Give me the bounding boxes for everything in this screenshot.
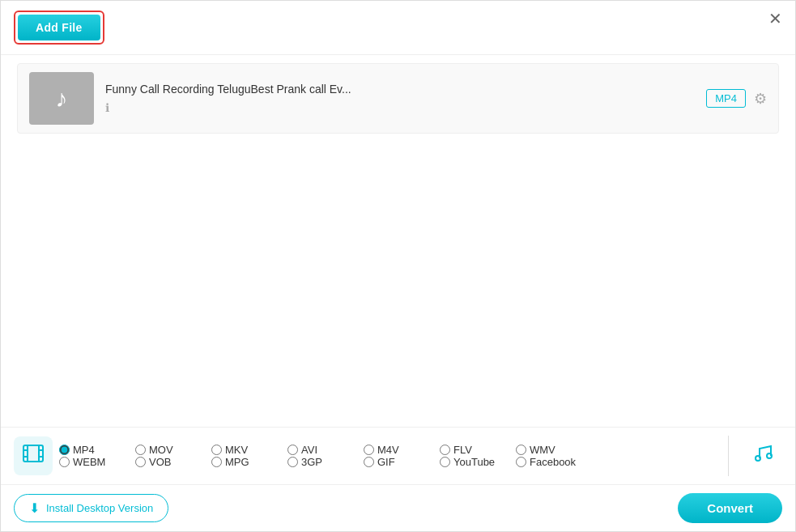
format-option-mpg[interactable]: MPG: [211, 456, 284, 468]
file-item: ♪ Funny Call Recording TeluguBest Prank …: [17, 63, 779, 134]
svg-point-8: [767, 453, 772, 458]
radio-flv[interactable]: [440, 445, 450, 455]
file-list: ♪ Funny Call Recording TeluguBest Prank …: [1, 55, 795, 142]
music-note-icon: ♪: [56, 85, 68, 113]
action-bar: ⬇ Install Desktop Version Convert: [1, 485, 795, 531]
format-row-2: WEBM VOB MPG 3GP GIF YouTube: [59, 456, 713, 468]
radio-avi[interactable]: [287, 445, 298, 455]
svg-point-7: [756, 456, 760, 461]
settings-icon[interactable]: ⚙: [754, 90, 767, 108]
file-thumbnail: ♪: [29, 72, 94, 125]
radio-mp4[interactable]: [59, 445, 70, 455]
radio-vob[interactable]: [135, 457, 146, 467]
radio-youtube[interactable]: [440, 457, 450, 467]
format-divider: [728, 436, 729, 476]
format-option-flv[interactable]: FLV: [440, 444, 513, 456]
install-label: Install Desktop Version: [46, 502, 153, 514]
download-icon: ⬇: [29, 500, 40, 516]
file-info: Funny Call Recording TeluguBest Prank ca…: [105, 83, 695, 115]
radio-3gp[interactable]: [287, 457, 298, 467]
format-options: MP4 MOV MKV AVI M4V FLV WM: [59, 444, 713, 468]
file-actions: MP4 ⚙: [706, 89, 767, 108]
format-badge: MP4: [706, 89, 746, 108]
radio-gif[interactable]: [364, 457, 374, 467]
radio-m4v[interactable]: [364, 445, 374, 455]
radio-facebook[interactable]: [516, 457, 526, 467]
film-icon: [23, 443, 44, 469]
format-option-avi[interactable]: AVI: [287, 444, 360, 456]
convert-button[interactable]: Convert: [678, 493, 782, 523]
format-option-webm[interactable]: WEBM: [59, 456, 132, 468]
close-button[interactable]: ✕: [768, 11, 782, 27]
format-option-wmv[interactable]: WMV: [516, 444, 589, 456]
format-option-mov[interactable]: MOV: [135, 444, 208, 456]
empty-area: [1, 142, 795, 417]
radio-wmv[interactable]: [516, 445, 526, 455]
radio-mkv[interactable]: [211, 445, 222, 455]
format-option-facebook[interactable]: Facebook: [516, 456, 589, 468]
format-option-m4v[interactable]: M4V: [364, 444, 436, 456]
format-option-3gp[interactable]: 3GP: [287, 456, 360, 468]
radio-mpg[interactable]: [211, 457, 222, 467]
bottom-section: MP4 MOV MKV AVI M4V FLV WM: [1, 427, 795, 531]
format-option-vob[interactable]: VOB: [135, 456, 208, 468]
format-bar: MP4 MOV MKV AVI M4V FLV WM: [1, 428, 795, 485]
format-type-icon[interactable]: [14, 436, 53, 475]
format-option-gif[interactable]: GIF: [364, 456, 436, 468]
install-desktop-button[interactable]: ⬇ Install Desktop Version: [14, 494, 168, 522]
format-option-mp4[interactable]: MP4: [59, 444, 132, 456]
radio-webm[interactable]: [59, 457, 70, 467]
add-file-btn-wrapper: Add File: [14, 11, 104, 45]
format-option-mkv[interactable]: MKV: [211, 444, 284, 456]
format-row-1: MP4 MOV MKV AVI M4V FLV WM: [59, 444, 713, 456]
top-bar: Add File ✕: [1, 1, 795, 55]
svg-rect-0: [23, 445, 43, 462]
add-file-button[interactable]: Add File: [18, 15, 100, 40]
file-name: Funny Call Recording TeluguBest Prank ca…: [105, 83, 695, 96]
format-option-youtube[interactable]: YouTube: [440, 456, 513, 468]
info-icon[interactable]: ℹ: [105, 101, 109, 114]
audio-format-icon[interactable]: [743, 436, 782, 475]
radio-mov[interactable]: [135, 445, 146, 455]
audio-note-icon: [751, 442, 774, 470]
